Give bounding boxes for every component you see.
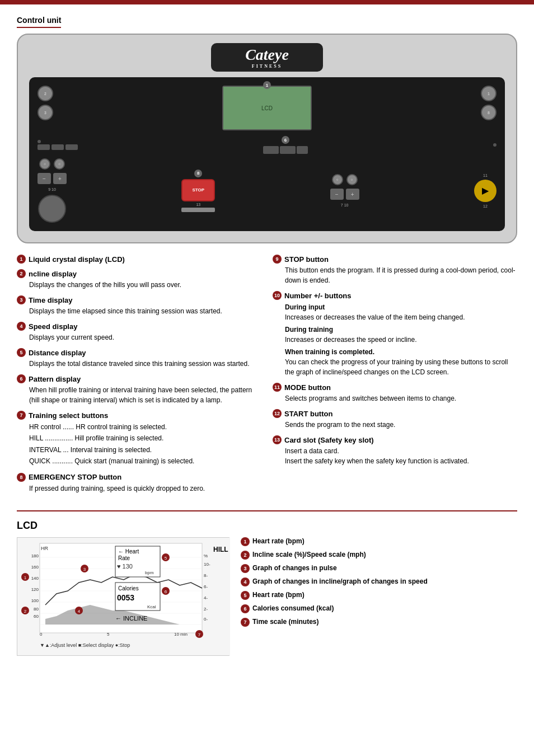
lcd-label-1-text: Heart rate (bpm): [252, 537, 305, 545]
training-completed-body: You can check the progress of your train…: [285, 357, 517, 377]
arrow-left-plus[interactable]: +: [53, 173, 67, 184]
pattern-bars-row1: [38, 144, 78, 150]
desc-item-3-title: 3 Time display: [17, 295, 261, 304]
desc-8-body: If pressed during training, speed is qui…: [29, 483, 261, 494]
lcd-badge-3: 3: [241, 564, 250, 573]
desc-10-label: Number +/- buttons: [284, 292, 352, 300]
dot-1: [38, 140, 41, 143]
lcd-labels: 1 Heart rate (bpm) 2 Incline scale (%)/S…: [241, 537, 517, 631]
btn-circle-right-1[interactable]: 1: [481, 86, 496, 101]
badge-10: 10: [273, 291, 282, 300]
badge-4: 4: [17, 322, 26, 331]
arrow-left-minus[interactable]: −: [38, 173, 51, 184]
desc-item-6-title: 6 Pattern display: [17, 374, 261, 383]
svg-text:0: 0: [40, 632, 43, 637]
desc-4-body: Displays your current speed.: [29, 332, 261, 342]
svg-text:Rate: Rate: [118, 555, 130, 561]
desc-item-10: 10 Number +/- buttons During input Incre…: [273, 291, 517, 377]
desc-item-5: 5 Distance display Displays the total di…: [17, 348, 261, 369]
desc-right-column: 9 STOP button This button ends the progr…: [273, 255, 517, 499]
btn-circle-left-2[interactable]: 3: [38, 105, 53, 120]
btn-tiny-l1[interactable]: ○: [39, 158, 50, 170]
desc-9-label: STOP button: [284, 255, 329, 264]
left-small-circles: ○ ○: [39, 158, 65, 170]
badge-13: 13: [273, 435, 282, 444]
desc-12-body: Sends the program to the next stage.: [285, 420, 517, 430]
center-pattern: 6: [263, 136, 308, 154]
svg-text:▼▲:Adjust level  ■:Select disp: ▼▲:Adjust level ■:Select display ●:Stop: [40, 642, 130, 648]
desc-item-1-title: 1 Liquid crystal display (LCD): [17, 255, 261, 264]
btn-tiny-r1[interactable]: ○: [332, 174, 343, 185]
control-unit-diagram-wrapper: Cateye FITNESS 2 3: [17, 34, 517, 243]
btn-tiny-r2[interactable]: ○: [346, 174, 358, 185]
desc-2-label: ncline display: [29, 270, 77, 278]
desc-13-label: Card slot (Safety key slot): [284, 436, 374, 444]
separator: [17, 510, 517, 511]
svg-text:6: 6: [165, 589, 167, 594]
svg-text:← Heart: ← Heart: [118, 548, 139, 555]
control-unit-title: Control unit: [17, 16, 61, 28]
lcd-label-5-text: Heart rate (bpm): [252, 591, 305, 599]
logo-subtitle: FITNESS: [228, 64, 306, 69]
svg-text:6-: 6-: [204, 584, 208, 589]
desc-item-4-title: 4 Speed display: [17, 322, 261, 331]
desc-item-6: 6 Pattern display When hill profile trai…: [17, 374, 261, 405]
during-input-body: Increases or decreases the value of the …: [285, 312, 517, 322]
desc-item-3: 3 Time display Displays the time elapsed…: [17, 295, 261, 316]
desc-item-10-title: 10 Number +/- buttons: [273, 291, 517, 300]
lcd-label-item-4: 4 Graph of changes in incline/graph of c…: [241, 577, 517, 586]
btn-circle-right-2[interactable]: 8: [481, 105, 496, 120]
card-slot[interactable]: [181, 208, 215, 212]
svg-text:100: 100: [31, 598, 39, 603]
desc-5-body: Displays the total distance traveled sin…: [29, 359, 261, 369]
diagram-body: 2 3 1 LCD: [29, 77, 505, 231]
card-slot-body1: Insert a data card.: [285, 446, 517, 456]
arrow-right-minus[interactable]: −: [330, 189, 344, 200]
svg-text:Calories: Calories: [118, 585, 139, 591]
svg-text:4: 4: [78, 609, 81, 614]
desc-7-label: Training select buttons: [29, 411, 108, 420]
during-input-title: During input: [285, 302, 517, 312]
lcd-label-7-text: Time scale (minutes): [252, 618, 319, 626]
svg-text:10-: 10-: [204, 562, 210, 567]
lcd-label-item-5: 5 Heart rate (bpm): [241, 591, 517, 600]
bar-1: [38, 144, 50, 150]
lcd-label-item-7: 7 Time scale (minutes): [241, 618, 517, 627]
diagram-bottom-row: ○ ○ − + 910 8: [38, 158, 496, 223]
btn-tiny-l2[interactable]: ○: [54, 158, 65, 170]
svg-text:10 min: 10 min: [174, 632, 188, 637]
svg-text:80: 80: [34, 607, 39, 612]
top-accent-bar: [0, 0, 534, 4]
lcd-label-2-text: Incline scale (%)/Speed scale (mph): [252, 551, 366, 558]
training-item-hill: HILL ............... Hill profile traini…: [29, 433, 261, 444]
desc-4-label: Speed display: [29, 322, 77, 331]
diagram-mid-row: 6: [38, 136, 496, 154]
desc-item-8: 8 EMERGENCY STOP button If pressed durin…: [17, 473, 261, 494]
large-circle-left[interactable]: [38, 195, 66, 223]
desc-item-9: 9 STOP button This button ends the progr…: [273, 255, 517, 285]
right-button-group: 1 8: [481, 86, 496, 120]
arrow-right-plus[interactable]: +: [346, 189, 359, 200]
center-emergency: 8 STOP 13: [181, 170, 215, 212]
svg-text:1: 1: [24, 575, 27, 580]
desc-item-12-title: 12 START button: [273, 409, 517, 418]
desc-item-11-title: 11 MODE button: [273, 383, 517, 392]
training-list: HR control ...... HR control training is…: [29, 421, 261, 467]
badge-12: 12: [273, 409, 282, 418]
pattern-dots-left: [38, 140, 78, 150]
pattern-bar-c2: [280, 146, 296, 154]
emergency-stop-button[interactable]: STOP: [181, 179, 215, 201]
left-arrow-group: − +: [38, 173, 67, 184]
lcd-label-6-text: Calories consumed (kcal): [252, 604, 334, 612]
lcd-chart-svg: HILL HR 180 160 140 120 100 80 60 % 10-: [17, 538, 230, 655]
svg-text:HR: HR: [41, 546, 48, 551]
desc-item-7-title: 7 Training select buttons: [17, 411, 261, 420]
play-start-button[interactable]: ▶: [474, 180, 496, 202]
right-dots: [493, 143, 496, 147]
svg-text:HILL: HILL: [213, 546, 228, 553]
lcd-label-4-text: Graph of changes in incline/graph of cha…: [252, 577, 428, 585]
desc-item-1: 1 Liquid crystal display (LCD): [17, 255, 261, 264]
svg-text:2-: 2-: [204, 607, 208, 612]
svg-text:%: %: [204, 553, 208, 558]
btn-circle-left-1[interactable]: 2: [38, 86, 53, 101]
